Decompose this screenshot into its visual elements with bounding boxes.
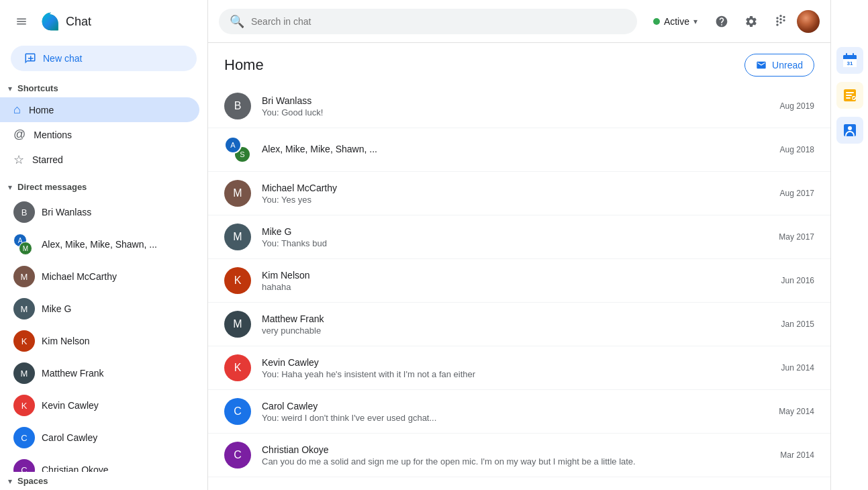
user-avatar[interactable] (797, 10, 820, 33)
tasks-icon-button[interactable] (836, 82, 863, 109)
chat-info-michael-mccarthy: Michael McCarthy You: Yes yes (262, 183, 769, 205)
chat-list: B Bri Wanlass You: Good luck! Aug 2019 A… (208, 85, 830, 477)
sidebar-item-starred[interactable]: ☆ Starred (0, 147, 199, 173)
unread-label: Unread (772, 60, 803, 70)
shortcuts-section[interactable]: ▾ Shortcuts (0, 79, 207, 97)
dm-name-kim-nelson: Kim Nelson (42, 336, 90, 346)
chat-name-kevin-cawley: Kevin Cawley (262, 357, 771, 368)
chat-name-matthew-frank: Matthew Frank (262, 313, 771, 324)
avatar-christian-okoye: C (13, 459, 35, 472)
dm-item-kevin-cawley[interactable]: K Kevin Cawley (0, 389, 207, 422)
help-button[interactable] (708, 8, 735, 35)
chat-time-bri-wanlass: Aug 2019 (780, 101, 814, 111)
search-input[interactable] (251, 16, 626, 27)
dm-item-christian-okoye[interactable]: C Christian Okoye (0, 454, 207, 472)
chat-time-michael-mccarthy: Aug 2017 (780, 189, 814, 198)
dm-item-carol-cawley[interactable]: C Carol Cawley (0, 422, 207, 454)
chat-area-header: Home Unread (208, 43, 830, 85)
chat-time-carol-cawley: May 2014 (779, 407, 814, 416)
active-label: Active (664, 16, 689, 27)
chat-info-kevin-cawley: Kevin Cawley You: Haha yeah he's insiste… (262, 357, 771, 379)
dm-item-mike-g[interactable]: M Mike G (0, 293, 207, 325)
unread-button[interactable]: Unread (744, 54, 814, 77)
chat-preview-carol-cawley: You: weird I don't think I've ever used … (262, 413, 768, 423)
contacts-icon-button[interactable] (836, 117, 863, 144)
right-sidebar: 31 (830, 0, 868, 490)
chat-name-michael-mccarthy: Michael McCarthy (262, 183, 769, 193)
new-chat-button[interactable]: New chat (11, 46, 197, 71)
chat-name-kim-nelson: Kim Nelson (262, 270, 771, 281)
chat-avatar-christian-okoye: C (224, 442, 251, 469)
sidebar-item-home[interactable]: ⌂ Home (0, 97, 199, 122)
chat-info-mike-g: Mike G You: Thanks bud (262, 226, 768, 248)
active-chevron-icon: ▾ (693, 17, 697, 26)
chat-avatar-mike-g: M (224, 224, 251, 250)
avatar-kim-nelson: K (13, 330, 35, 352)
status-active-button[interactable]: Active ▾ (645, 11, 706, 32)
dm-section-label: Direct messages (17, 182, 87, 192)
avatar-carol-cawley: C (13, 427, 35, 448)
chat-item-mike-g[interactable]: M Mike G You: Thanks bud May 2017 (208, 215, 830, 259)
shortcuts-chevron: ▾ (8, 84, 12, 93)
chat-avatar-kim-nelson: K (224, 267, 251, 294)
chat-time-kevin-cawley: Jun 2014 (781, 363, 814, 373)
sidebar-header: Chat (0, 0, 207, 43)
avatar-matthew-frank: M (13, 362, 35, 384)
sidebar: Chat New chat ▾ Shortcuts ⌂ Home @ Menti… (0, 0, 208, 490)
dm-item-group-alex[interactable]: A M Alex, Mike, Mike, Shawn, ... (0, 228, 207, 260)
svg-rect-4 (843, 58, 857, 59)
chat-item-bri-wanlass[interactable]: B Bri Wanlass You: Good luck! Aug 2019 (208, 85, 830, 128)
dm-section[interactable]: ▾ Direct messages (0, 178, 207, 196)
chat-item-christian-okoye[interactable]: C Christian Okoye Can you do me a solid … (208, 434, 830, 477)
avatar-mike-g: M (13, 298, 35, 320)
chat-item-group-alex[interactable]: A S Alex, Mike, Mike, Shawn, ... Aug 201… (208, 128, 830, 172)
dm-item-matthew-frank[interactable]: M Matthew Frank (0, 357, 207, 389)
chat-name-bri-wanlass: Bri Wanlass (262, 95, 769, 106)
chat-info-christian-okoye: Christian Okoye Can you do me a solid an… (262, 444, 769, 467)
menu-button[interactable] (8, 8, 35, 35)
dm-item-kim-nelson[interactable]: K Kim Nelson (0, 325, 207, 357)
chat-avatar-bri-wanlass: B (224, 93, 251, 119)
spaces-section[interactable]: ▾ Spaces (0, 472, 207, 490)
chat-item-michael-mccarthy[interactable]: M Michael McCarthy You: Yes yes Aug 2017 (208, 172, 830, 215)
chat-avatar-carol-cawley: C (224, 398, 251, 425)
dm-item-michael-mccarthy[interactable]: M Michael McCarthy (0, 260, 207, 293)
new-chat-label: New chat (43, 53, 82, 64)
chat-time-kim-nelson: Jun 2016 (781, 276, 814, 285)
chat-preview-matthew-frank: very punchable (262, 326, 771, 336)
chat-preview-kevin-cawley: You: Haha yeah he's insistent with it I'… (262, 369, 771, 379)
mentions-icon: @ (13, 128, 26, 142)
chat-info-carol-cawley: Carol Cawley You: weird I don't think I'… (262, 401, 768, 423)
chat-avatar-group-alex: A S (224, 136, 251, 163)
calendar-icon-button[interactable]: 31 (836, 47, 863, 74)
avatar-michael-mccarthy: M (13, 266, 35, 287)
chat-item-matthew-frank[interactable]: M Matthew Frank very punchable Jan 2015 (208, 303, 830, 346)
settings-button[interactable] (738, 8, 765, 35)
status-dot (653, 18, 660, 25)
chat-info-kim-nelson: Kim Nelson hahaha (262, 270, 771, 292)
dm-item-bri-wanlass[interactable]: B Bri Wanlass (0, 196, 207, 228)
chat-item-carol-cawley[interactable]: C Carol Cawley You: weird I don't think … (208, 390, 830, 434)
avatar-bri-wanlass: B (13, 201, 35, 223)
chat-time-christian-okoye: Mar 2014 (780, 450, 814, 460)
dm-name-bri-wanlass: Bri Wanlass (42, 207, 91, 217)
chat-item-kevin-cawley[interactable]: K Kevin Cawley You: Haha yeah he's insis… (208, 346, 830, 390)
sidebar-nav-mentions-label: Mentions (34, 130, 72, 140)
chat-area: Home Unread B Bri Wanlass You: Good luck… (208, 43, 830, 490)
chat-info-matthew-frank: Matthew Frank very punchable (262, 313, 771, 336)
search-bar[interactable]: 🔍 (219, 9, 637, 34)
chat-item-kim-nelson[interactable]: K Kim Nelson hahaha Jun 2016 (208, 259, 830, 303)
shortcuts-label: Shortcuts (17, 83, 58, 93)
svg-text:31: 31 (847, 60, 853, 66)
sidebar-item-mentions[interactable]: @ Mentions (0, 122, 199, 147)
app-title: Chat (66, 15, 91, 29)
avatar-kevin-cawley: K (13, 395, 35, 416)
page-title: Home (224, 56, 264, 74)
chat-avatar-kevin-cawley: K (224, 354, 251, 381)
chat-preview-christian-okoye: Can you do me a solid and sign me up for… (262, 456, 769, 467)
chat-time-matthew-frank: Jan 2015 (781, 320, 814, 329)
apps-button[interactable] (767, 8, 794, 35)
chat-name-christian-okoye: Christian Okoye (262, 444, 769, 455)
chat-info-bri-wanlass: Bri Wanlass You: Good luck! (262, 95, 769, 117)
chat-preview-mike-g: You: Thanks bud (262, 238, 768, 248)
